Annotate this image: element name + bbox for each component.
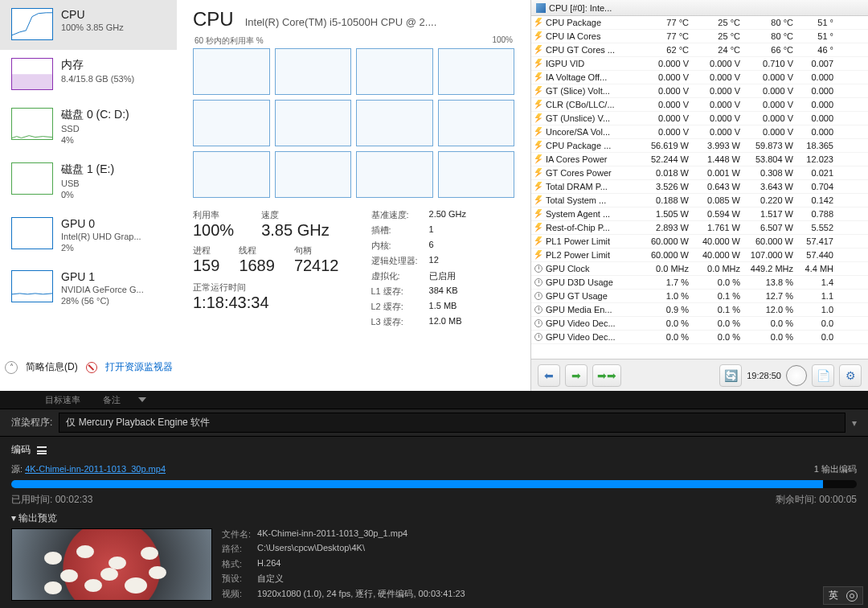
hwinfo-row[interactable]: GPU Video Dec...0.0 %0.0 %0.0 %0.0 [531, 331, 868, 344]
speed-value: 3.85 GHz [261, 221, 329, 240]
sensor-value: 5.552 [798, 223, 838, 232]
sensor-value: 1.505 W [642, 209, 694, 219]
nav-fwd-button[interactable]: ➡ [565, 364, 588, 387]
tab-notes[interactable]: 备注 [95, 392, 129, 409]
sensor-value: 3.993 W [694, 141, 745, 150]
sensor-value: 0.308 W [745, 168, 798, 178]
sensor-value: 0.000 V [642, 86, 694, 96]
sensor-name: GT (Slice) Volt... [546, 86, 642, 96]
renderer-dropdown-icon[interactable]: ▾ [852, 417, 857, 429]
sidebar-item-disk0[interactable]: 磁盘 0 (C: D:)SSD4% [0, 100, 177, 154]
hwinfo-row[interactable]: System Agent ...1.505 W0.594 W1.517 W0.7… [531, 207, 868, 221]
sensor-value: 0.0 % [745, 318, 798, 328]
hwinfo-row[interactable]: GT Cores Power0.018 W0.001 W0.308 W0.021 [531, 166, 868, 180]
hwinfo-row[interactable]: GT (Unslice) V...0.000 V0.000 V0.000 V0.… [531, 112, 868, 125]
sensor-value: 0.000 V [642, 127, 694, 137]
sensor-value: 13.8 % [745, 277, 798, 287]
sensor-value: 0.0 % [694, 277, 745, 287]
format-value: H.264 [257, 558, 465, 571]
hwinfo-header[interactable]: CPU [#0]: Inte... [531, 0, 868, 16]
hwinfo-row[interactable]: Total DRAM P...3.526 W0.643 W3.643 W0.70… [531, 180, 868, 194]
virt-value: 已启用 [429, 270, 466, 282]
handle-label: 句柄 [294, 244, 339, 257]
sidebar-item-memory[interactable]: 内存8.4/15.8 GB (53%) [0, 50, 177, 100]
open-resmon-link[interactable]: 打开资源监视器 [105, 360, 173, 374]
hwinfo-row[interactable]: PL1 Power Limit60.000 W40.000 W60.000 W5… [531, 235, 868, 249]
l1-value: 384 KB [429, 286, 466, 298]
output-preview-heading[interactable]: ▾ 输出预览 [11, 511, 857, 525]
core-usage-grid[interactable] [193, 48, 514, 198]
nav-back-button[interactable]: ⬅ [538, 364, 560, 387]
file-value: 4K-Chimei-inn-2011-1013_30p_1.mp4 [257, 528, 465, 541]
sensor-name: PL1 Power Limit [546, 236, 642, 246]
ime-indicator[interactable]: 英 [823, 586, 863, 605]
collapse-icon[interactable]: ˄ [5, 361, 18, 374]
sensor-value: 0.000 V [745, 100, 798, 109]
svg-rect-0 [12, 74, 52, 89]
hwinfo-row[interactable]: GPU Media En...0.9 %0.1 %12.0 %1.0 [531, 303, 868, 317]
refresh-button[interactable]: 🔄 [719, 364, 742, 387]
sidebar-item-gpu0[interactable]: GPU 0Intel(R) UHD Grap...2% [0, 209, 177, 262]
tab-overflow-icon[interactable] [138, 397, 146, 402]
hwinfo-row[interactable]: CPU Package ...56.619 W3.993 W59.873 W18… [531, 139, 868, 153]
brief-info-button[interactable]: 简略信息(D) [26, 360, 78, 374]
hwinfo-row[interactable]: PL2 Power Limit60.000 W40.000 W107.000 W… [531, 249, 868, 262]
hwinfo-row[interactable]: GPU D3D Usage1.7 %0.0 %13.8 %1.4 [531, 276, 868, 290]
hwinfo-row[interactable]: GT (Slice) Volt...0.000 V0.000 V0.000 V0… [531, 84, 868, 98]
clock-icon [534, 265, 542, 273]
menu-icon[interactable] [37, 446, 47, 454]
sensor-value: 18.365 [798, 141, 838, 150]
tab-target-rate[interactable]: 目标速率 [37, 392, 88, 409]
sidebar-item-cpu[interactable]: CPU100% 3.85 GHz [0, 0, 177, 50]
sensor-value: 0.000 V [694, 72, 745, 82]
sensor-value: 40.000 W [694, 250, 745, 260]
socket-label: 插槽: [371, 224, 418, 236]
proc-label: 进程 [193, 244, 219, 257]
uptime-value: 1:18:43:34 [193, 294, 339, 312]
sidebar-item-disk1[interactable]: 磁盘 1 (E:)USB0% [0, 154, 177, 209]
sensor-value: 51 ° [798, 18, 838, 27]
bolt-icon [535, 18, 542, 27]
encoding-heading: 编码 [11, 443, 31, 457]
cpu-thumb-icon [11, 8, 53, 40]
socket-value: 1 [429, 224, 466, 236]
cores-label: 内核: [371, 240, 418, 252]
sensor-value: 449.2 MHz [745, 264, 798, 273]
video-label: 视频: [222, 588, 251, 601]
hwinfo-row[interactable]: CLR (CBo/LLC/...0.000 V0.000 V0.000 V0.0… [531, 98, 868, 112]
sensor-value: 77 °C [642, 18, 694, 27]
sensor-value: 0.000 V [642, 59, 694, 68]
sensor-value: 40.000 W [694, 236, 745, 246]
hwinfo-row[interactable]: Uncore/SA Vol...0.000 V0.000 V0.000 V0.0… [531, 125, 868, 139]
sidebar-item-gpu1[interactable]: GPU 1NVIDIA GeForce G...28% (56 °C) [0, 262, 177, 315]
renderer-select[interactable]: 仅 Mercury Playback Engine 软件 [59, 413, 845, 433]
hwinfo-toolbar: ⬅ ➡ ➡➡ 🔄 19:28:50 📄 ⚙ [531, 359, 868, 391]
nav-step-button[interactable]: ➡➡ [592, 364, 621, 387]
hwinfo-row[interactable]: Rest-of-Chip P...2.893 W1.761 W6.507 W5.… [531, 221, 868, 235]
hwinfo-row[interactable]: IA Cores Power52.244 W1.448 W53.804 W12.… [531, 153, 868, 166]
hwinfo-row[interactable]: GPU GT Usage1.0 %0.1 %12.7 %1.1 [531, 290, 868, 303]
settings-button[interactable]: ⚙ [839, 364, 862, 387]
hwinfo-row[interactable]: CPU GT Cores ...62 °C24 °C66 °C46 ° [531, 43, 868, 57]
output-metadata: 文件名:4K-Chimei-inn-2011-1013_30p_1.mp4 路径… [222, 528, 465, 601]
hwinfo-row[interactable]: GPU Clock0.0 MHz0.0 MHz449.2 MHz4.4 MH [531, 262, 868, 276]
sidebar-item-sub: NVIDIA GeForce G... [61, 285, 144, 294]
clock-icon [534, 333, 542, 341]
hwinfo-row[interactable]: IGPU VID0.000 V0.000 V0.710 V0.007 [531, 57, 868, 71]
hwinfo-row[interactable]: CPU Package77 °C25 °C80 °C51 ° [531, 16, 868, 30]
log-button[interactable]: 📄 [812, 364, 834, 387]
hwinfo-row[interactable]: IA Voltage Off...0.000 V0.000 V0.000 V0.… [531, 71, 868, 84]
sidebar-item-label: GPU 1 [61, 270, 144, 283]
hwinfo-row[interactable]: GPU Video Dec...0.0 %0.0 %0.0 %0.0 [531, 317, 868, 331]
hwinfo-row[interactable]: CPU IA Cores77 °C25 °C80 °C51 ° [531, 30, 868, 43]
elapsed-label: 已用时间: [11, 494, 52, 505]
sensor-value: 0.000 V [745, 113, 798, 123]
ime-settings-icon[interactable] [846, 590, 858, 602]
bolt-icon [535, 141, 542, 150]
source-link[interactable]: 4K-Chimei-inn-2011-1013_30p.mp4 [25, 464, 166, 474]
sensor-value: 12.0 % [745, 305, 798, 314]
hwinfo-row[interactable]: Total System ...0.188 W0.085 W0.220 W0.1… [531, 194, 868, 207]
sensor-value: 0.000 V [642, 100, 694, 109]
hwinfo-table[interactable]: CPU Package77 °C25 °C80 °C51 °CPU IA Cor… [531, 16, 868, 359]
sensor-value: 1.1 [798, 291, 838, 301]
